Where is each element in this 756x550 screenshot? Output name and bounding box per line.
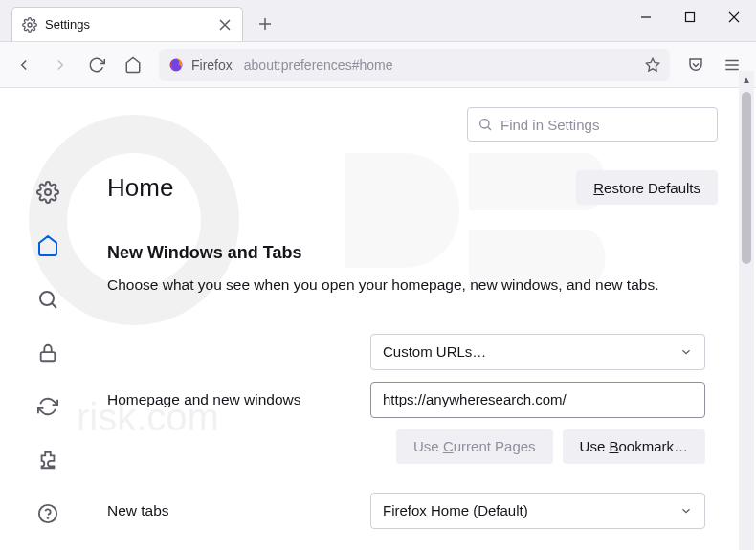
- window-close-button[interactable]: [712, 0, 756, 34]
- find-input[interactable]: [500, 117, 707, 133]
- url-brand: Firefox: [191, 57, 233, 73]
- homepage-label: Homepage and new windows: [107, 391, 370, 408]
- scroll-up-icon[interactable]: ▲: [739, 71, 754, 88]
- svg-point-2: [28, 23, 32, 27]
- new-tab-button[interactable]: [251, 10, 279, 38]
- sidebar-item-sync[interactable]: [34, 393, 61, 420]
- svg-rect-8: [41, 352, 56, 361]
- settings-sidebar: [0, 88, 96, 550]
- svg-point-6: [45, 189, 51, 195]
- scrollbar-thumb[interactable]: [742, 92, 751, 264]
- svg-point-7: [40, 292, 54, 305]
- toolbar: Firefox about:preferences#home: [0, 42, 756, 88]
- page-title: Home: [107, 173, 173, 203]
- newtabs-label: New tabs: [107, 502, 370, 519]
- vertical-scrollbar[interactable]: ▲: [739, 88, 754, 550]
- search-icon: [478, 117, 493, 132]
- tab-settings[interactable]: Settings: [11, 7, 243, 41]
- svg-rect-3: [686, 13, 695, 22]
- window-minimize-button[interactable]: [624, 0, 668, 34]
- settings-main: Home Restore Defaults New Windows and Ta…: [96, 88, 756, 550]
- firefox-logo-icon: [168, 57, 184, 73]
- reload-button[interactable]: [80, 49, 113, 81]
- sidebar-item-help[interactable]: [34, 500, 61, 527]
- sidebar-item-privacy[interactable]: [34, 340, 61, 366]
- find-in-settings[interactable]: [467, 107, 718, 142]
- gear-icon: [22, 17, 37, 33]
- close-tab-icon[interactable]: [217, 17, 233, 33]
- url-address: about:preferences#home: [244, 57, 393, 73]
- home-button[interactable]: [117, 49, 149, 81]
- svg-point-10: [48, 517, 49, 518]
- section-heading: New Windows and Tabs: [107, 243, 718, 263]
- use-bookmark-button[interactable]: Use Bookmark…: [563, 429, 705, 464]
- tab-title: Settings: [45, 17, 210, 32]
- use-current-pages-button[interactable]: Use Current Pages: [396, 429, 553, 464]
- forward-button[interactable]: [44, 49, 77, 81]
- restore-defaults-button[interactable]: Restore Defaults: [576, 170, 718, 205]
- window-maximize-button[interactable]: [668, 0, 712, 34]
- newtabs-dropdown[interactable]: Firefox Home (Default): [370, 493, 705, 529]
- homepage-url-input[interactable]: [370, 382, 705, 418]
- homepage-mode-dropdown[interactable]: Custom URLs…: [370, 334, 705, 370]
- url-bar[interactable]: Firefox about:preferences#home: [159, 49, 670, 81]
- sidebar-item-home[interactable]: [34, 232, 61, 259]
- svg-point-11: [480, 120, 489, 128]
- sidebar-item-search[interactable]: [34, 286, 61, 313]
- svg-marker-5: [646, 58, 658, 71]
- chevron-down-icon: [679, 345, 693, 359]
- bookmark-star-icon[interactable]: [645, 57, 660, 73]
- back-button[interactable]: [8, 49, 40, 81]
- pocket-button[interactable]: [679, 49, 712, 81]
- chevron-down-icon: [679, 504, 693, 517]
- section-description: Choose what you see when you open your h…: [107, 275, 718, 296]
- sidebar-item-general[interactable]: [34, 179, 61, 206]
- tab-strip: Settings: [0, 0, 756, 42]
- sidebar-item-extensions[interactable]: [34, 447, 61, 473]
